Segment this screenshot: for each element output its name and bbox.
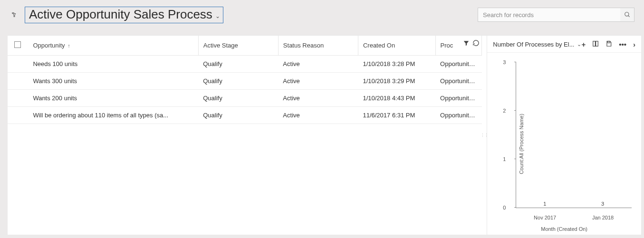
- process-link[interactable]: Opportunity Sa: [435, 56, 482, 73]
- more-commands-button[interactable]: •••: [619, 40, 626, 48]
- chart-bar[interactable]: 1: [530, 201, 559, 208]
- created-on-cell: 1/10/2018 4:43 PM: [358, 90, 435, 107]
- pin-icon[interactable]: [8, 8, 21, 21]
- bar-value-label: 3: [601, 201, 604, 207]
- created-on-cell: 1/10/2018 3:29 PM: [358, 73, 435, 90]
- svg-line-1: [628, 16, 629, 17]
- table-row[interactable]: Needs 100 unitsQualifyActive1/10/2018 3:…: [8, 56, 482, 73]
- y-tick-label: 1: [503, 156, 506, 162]
- status-cell: Active: [278, 107, 358, 124]
- row-checkbox-cell[interactable]: [8, 107, 28, 124]
- column-header-active-stage[interactable]: Active Stage: [198, 36, 278, 56]
- table-row[interactable]: Will be ordering about 110 items of all …: [8, 107, 482, 124]
- column-label: Active Stage: [203, 42, 238, 49]
- y-tick-label: 0: [503, 205, 506, 210]
- column-label: Created On: [363, 42, 395, 49]
- process-link[interactable]: Opportunity Sa: [435, 107, 482, 124]
- chart-title: Number Of Processes by El...: [493, 41, 574, 48]
- status-cell: Active: [278, 73, 358, 90]
- status-cell: Active: [278, 56, 358, 73]
- chart-bars: 13: [516, 62, 632, 208]
- save-chart-icon[interactable]: [606, 40, 612, 48]
- svg-point-0: [625, 12, 628, 16]
- column-label: Status Reason: [283, 42, 324, 49]
- created-on-cell: 11/6/2017 6:31 PM: [358, 107, 435, 124]
- chart-bar[interactable]: 3: [588, 201, 617, 208]
- row-checkbox-cell[interactable]: [8, 56, 28, 73]
- status-cell: Active: [278, 90, 358, 107]
- opportunity-link[interactable]: Needs 100 units: [28, 56, 198, 73]
- grid: Opportunity ↑ Active Stage Status Reason…: [8, 36, 482, 235]
- chart-x-ticks: Nov 2017Jan 2018: [516, 215, 632, 220]
- process-link[interactable]: Opportunity Sa: [435, 73, 482, 90]
- x-tick-label: Jan 2018: [592, 215, 614, 220]
- svg-rect-4: [608, 41, 610, 43]
- svg-rect-2: [593, 41, 596, 47]
- refresh-icon[interactable]: [472, 39, 480, 48]
- search-input[interactable]: [478, 8, 634, 22]
- select-all-header[interactable]: [8, 36, 28, 56]
- new-chart-button[interactable]: +: [581, 40, 586, 48]
- view-title-text: Active Opportunity Sales Process: [29, 7, 212, 21]
- chevron-down-icon: ⌄: [215, 13, 220, 19]
- collapse-chart-chevron-icon[interactable]: ›: [633, 40, 635, 48]
- svg-rect-3: [596, 41, 598, 47]
- sort-asc-icon: ↑: [67, 43, 70, 48]
- bar-value-label: 1: [543, 201, 546, 207]
- column-label: Proc: [441, 42, 453, 49]
- column-header-process[interactable]: Proc: [435, 36, 482, 56]
- splitter-handle[interactable]: ⋮⋮: [482, 36, 487, 235]
- stage-link[interactable]: Qualify: [198, 90, 278, 107]
- column-header-status-reason[interactable]: Status Reason: [278, 36, 358, 56]
- table-row[interactable]: Wants 200 unitsQualifyActive1/10/2018 4:…: [8, 90, 482, 107]
- created-on-cell: 1/10/2018 3:28 PM: [358, 56, 435, 73]
- table-row[interactable]: Wants 300 unitsQualifyActive1/10/2018 3:…: [8, 73, 482, 90]
- column-label: Opportunity: [33, 42, 65, 49]
- y-tick-label: 3: [503, 59, 506, 65]
- stage-link[interactable]: Qualify: [198, 107, 278, 124]
- row-checkbox-cell[interactable]: [8, 73, 28, 90]
- checkbox-icon: [14, 41, 21, 48]
- column-header-opportunity[interactable]: Opportunity ↑: [28, 36, 198, 56]
- opportunity-link[interactable]: Wants 300 units: [28, 73, 198, 90]
- expand-chart-icon[interactable]: [592, 40, 599, 48]
- opportunity-link[interactable]: Wants 200 units: [28, 90, 198, 107]
- row-checkbox-cell[interactable]: [8, 90, 28, 107]
- stage-link[interactable]: Qualify: [198, 56, 278, 73]
- stage-link[interactable]: Qualify: [198, 73, 278, 90]
- column-header-created-on[interactable]: Created On: [358, 36, 435, 56]
- view-selector[interactable]: Active Opportunity Sales Process ⌄: [25, 7, 223, 23]
- search-button[interactable]: [620, 8, 634, 22]
- chart-x-axis-label: Month (Created On): [487, 226, 641, 232]
- x-tick-label: Nov 2017: [534, 215, 556, 220]
- y-tick-label: 2: [503, 108, 506, 114]
- process-link[interactable]: Opportunity Sa: [435, 90, 482, 107]
- chart-selector-chevron-icon[interactable]: ⌄: [577, 41, 581, 48]
- filter-icon[interactable]: [463, 40, 470, 48]
- chart-panel: Number Of Processes by El... ⌄ + ••• › C…: [487, 36, 641, 235]
- opportunity-link[interactable]: Will be ordering about 110 items of all …: [28, 107, 198, 124]
